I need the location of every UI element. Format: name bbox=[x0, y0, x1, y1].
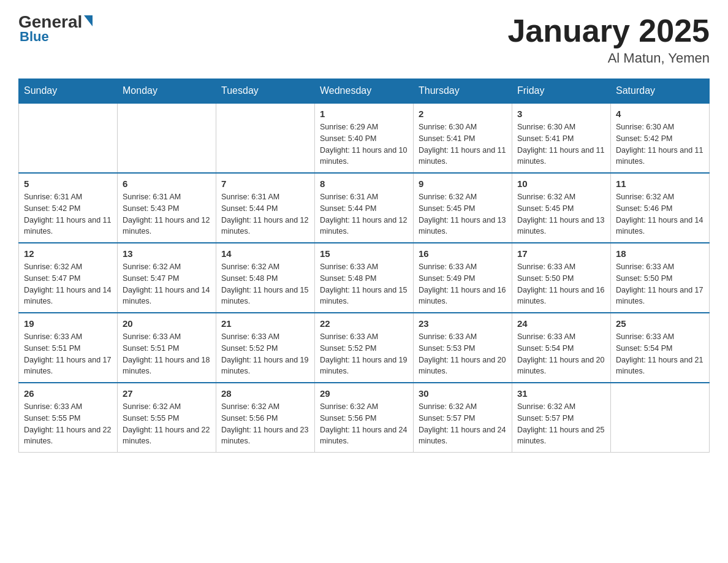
day-info: Sunrise: 6:33 AMSunset: 5:49 PMDaylight:… bbox=[419, 261, 507, 307]
day-number: 11 bbox=[616, 178, 704, 189]
day-info: Sunrise: 6:33 AMSunset: 5:52 PMDaylight:… bbox=[221, 331, 309, 377]
calendar-table: SundayMondayTuesdayWednesdayThursdayFrid… bbox=[18, 79, 710, 453]
calendar-header-row: SundayMondayTuesdayWednesdayThursdayFrid… bbox=[19, 79, 710, 104]
day-info: Sunrise: 6:33 AMSunset: 5:50 PMDaylight:… bbox=[517, 261, 605, 307]
day-info: Sunrise: 6:32 AMSunset: 5:45 PMDaylight:… bbox=[419, 191, 507, 237]
calendar-cell: 29Sunrise: 6:32 AMSunset: 5:56 PMDayligh… bbox=[315, 383, 414, 453]
day-of-week-header: Thursday bbox=[414, 79, 512, 104]
calendar-cell: 28Sunrise: 6:32 AMSunset: 5:56 PMDayligh… bbox=[216, 383, 315, 453]
day-number: 30 bbox=[419, 388, 507, 399]
calendar-cell: 22Sunrise: 6:33 AMSunset: 5:52 PMDayligh… bbox=[315, 313, 414, 383]
day-info: Sunrise: 6:32 AMSunset: 5:45 PMDaylight:… bbox=[517, 191, 605, 237]
calendar-cell: 10Sunrise: 6:32 AMSunset: 5:45 PMDayligh… bbox=[512, 173, 611, 243]
logo-blue-text: Blue bbox=[20, 29, 49, 45]
day-of-week-header: Wednesday bbox=[315, 79, 414, 104]
day-number: 18 bbox=[616, 248, 704, 259]
calendar-cell: 20Sunrise: 6:33 AMSunset: 5:51 PMDayligh… bbox=[118, 313, 216, 383]
calendar-cell: 11Sunrise: 6:32 AMSunset: 5:46 PMDayligh… bbox=[611, 173, 710, 243]
day-number: 16 bbox=[419, 248, 507, 259]
day-number: 15 bbox=[320, 248, 408, 259]
day-number: 2 bbox=[419, 109, 507, 119]
calendar-cell: 7Sunrise: 6:31 AMSunset: 5:44 PMDaylight… bbox=[216, 173, 315, 243]
day-info: Sunrise: 6:32 AMSunset: 5:57 PMDaylight:… bbox=[517, 401, 605, 447]
day-number: 12 bbox=[24, 248, 112, 259]
calendar-cell: 15Sunrise: 6:33 AMSunset: 5:48 PMDayligh… bbox=[315, 243, 414, 313]
day-of-week-header: Tuesday bbox=[216, 79, 315, 104]
calendar-cell: 13Sunrise: 6:32 AMSunset: 5:47 PMDayligh… bbox=[118, 243, 216, 313]
day-info: Sunrise: 6:32 AMSunset: 5:46 PMDaylight:… bbox=[616, 191, 704, 237]
day-number: 25 bbox=[616, 318, 704, 329]
day-info: Sunrise: 6:33 AMSunset: 5:52 PMDaylight:… bbox=[320, 331, 408, 377]
day-info: Sunrise: 6:33 AMSunset: 5:50 PMDaylight:… bbox=[616, 261, 704, 307]
day-info: Sunrise: 6:32 AMSunset: 5:56 PMDaylight:… bbox=[320, 401, 408, 447]
day-number: 17 bbox=[517, 248, 605, 259]
day-info: Sunrise: 6:30 AMSunset: 5:42 PMDaylight:… bbox=[616, 121, 704, 167]
month-year-title: January 2025 bbox=[507, 12, 710, 49]
day-info: Sunrise: 6:33 AMSunset: 5:54 PMDaylight:… bbox=[517, 331, 605, 377]
title-block: January 2025 Al Matun, Yemen bbox=[507, 12, 710, 66]
calendar-cell: 25Sunrise: 6:33 AMSunset: 5:54 PMDayligh… bbox=[611, 313, 710, 383]
calendar-cell: 6Sunrise: 6:31 AMSunset: 5:43 PMDaylight… bbox=[118, 173, 216, 243]
day-number: 14 bbox=[221, 248, 309, 259]
day-number: 27 bbox=[123, 388, 211, 399]
day-number: 6 bbox=[123, 178, 211, 189]
calendar-cell: 18Sunrise: 6:33 AMSunset: 5:50 PMDayligh… bbox=[611, 243, 710, 313]
calendar-cell: 12Sunrise: 6:32 AMSunset: 5:47 PMDayligh… bbox=[19, 243, 118, 313]
day-info: Sunrise: 6:32 AMSunset: 5:57 PMDaylight:… bbox=[419, 401, 507, 447]
calendar-week-row: 12Sunrise: 6:32 AMSunset: 5:47 PMDayligh… bbox=[19, 243, 710, 313]
day-number: 19 bbox=[24, 318, 112, 329]
logo: General Blue bbox=[18, 12, 93, 45]
calendar-cell: 8Sunrise: 6:31 AMSunset: 5:44 PMDaylight… bbox=[315, 173, 414, 243]
page-header: General Blue January 2025 Al Matun, Yeme… bbox=[18, 12, 710, 66]
calendar-cell: 30Sunrise: 6:32 AMSunset: 5:57 PMDayligh… bbox=[414, 383, 512, 453]
day-info: Sunrise: 6:33 AMSunset: 5:51 PMDaylight:… bbox=[123, 331, 211, 377]
day-number: 5 bbox=[24, 178, 112, 189]
day-number: 21 bbox=[221, 318, 309, 329]
day-number: 10 bbox=[517, 178, 605, 189]
day-info: Sunrise: 6:32 AMSunset: 5:47 PMDaylight:… bbox=[24, 261, 112, 307]
calendar-cell: 24Sunrise: 6:33 AMSunset: 5:54 PMDayligh… bbox=[512, 313, 611, 383]
day-info: Sunrise: 6:33 AMSunset: 5:55 PMDaylight:… bbox=[24, 401, 112, 447]
calendar-cell: 17Sunrise: 6:33 AMSunset: 5:50 PMDayligh… bbox=[512, 243, 611, 313]
day-info: Sunrise: 6:31 AMSunset: 5:42 PMDaylight:… bbox=[24, 191, 112, 237]
calendar-cell bbox=[19, 103, 118, 173]
day-number: 4 bbox=[616, 109, 704, 119]
day-of-week-header: Friday bbox=[512, 79, 611, 104]
day-number: 31 bbox=[517, 388, 605, 399]
day-number: 3 bbox=[517, 109, 605, 119]
day-info: Sunrise: 6:29 AMSunset: 5:40 PMDaylight:… bbox=[320, 121, 408, 167]
calendar-cell bbox=[611, 383, 710, 453]
day-info: Sunrise: 6:32 AMSunset: 5:55 PMDaylight:… bbox=[123, 401, 211, 447]
calendar-cell: 21Sunrise: 6:33 AMSunset: 5:52 PMDayligh… bbox=[216, 313, 315, 383]
day-info: Sunrise: 6:32 AMSunset: 5:56 PMDaylight:… bbox=[221, 401, 309, 447]
logo-triangle-icon bbox=[84, 15, 93, 26]
day-number: 9 bbox=[419, 178, 507, 189]
location-text: Al Matun, Yemen bbox=[507, 50, 710, 66]
calendar-cell: 2Sunrise: 6:30 AMSunset: 5:41 PMDaylight… bbox=[414, 103, 512, 173]
calendar-cell bbox=[118, 103, 216, 173]
day-info: Sunrise: 6:33 AMSunset: 5:48 PMDaylight:… bbox=[320, 261, 408, 307]
day-info: Sunrise: 6:30 AMSunset: 5:41 PMDaylight:… bbox=[517, 121, 605, 167]
day-info: Sunrise: 6:31 AMSunset: 5:43 PMDaylight:… bbox=[123, 191, 211, 237]
calendar-cell: 27Sunrise: 6:32 AMSunset: 5:55 PMDayligh… bbox=[118, 383, 216, 453]
day-info: Sunrise: 6:32 AMSunset: 5:47 PMDaylight:… bbox=[123, 261, 211, 307]
calendar-cell: 9Sunrise: 6:32 AMSunset: 5:45 PMDaylight… bbox=[414, 173, 512, 243]
day-number: 20 bbox=[123, 318, 211, 329]
calendar-cell: 4Sunrise: 6:30 AMSunset: 5:42 PMDaylight… bbox=[611, 103, 710, 173]
calendar-cell: 14Sunrise: 6:32 AMSunset: 5:48 PMDayligh… bbox=[216, 243, 315, 313]
calendar-cell: 1Sunrise: 6:29 AMSunset: 5:40 PMDaylight… bbox=[315, 103, 414, 173]
day-number: 22 bbox=[320, 318, 408, 329]
day-info: Sunrise: 6:31 AMSunset: 5:44 PMDaylight:… bbox=[221, 191, 309, 237]
day-info: Sunrise: 6:32 AMSunset: 5:48 PMDaylight:… bbox=[221, 261, 309, 307]
day-number: 23 bbox=[419, 318, 507, 329]
day-info: Sunrise: 6:33 AMSunset: 5:54 PMDaylight:… bbox=[616, 331, 704, 377]
day-number: 7 bbox=[221, 178, 309, 189]
day-number: 29 bbox=[320, 388, 408, 399]
day-number: 26 bbox=[24, 388, 112, 399]
calendar-cell: 3Sunrise: 6:30 AMSunset: 5:41 PMDaylight… bbox=[512, 103, 611, 173]
calendar-cell bbox=[216, 103, 315, 173]
calendar-cell: 19Sunrise: 6:33 AMSunset: 5:51 PMDayligh… bbox=[19, 313, 118, 383]
day-number: 13 bbox=[123, 248, 211, 259]
calendar-cell: 16Sunrise: 6:33 AMSunset: 5:49 PMDayligh… bbox=[414, 243, 512, 313]
day-info: Sunrise: 6:30 AMSunset: 5:41 PMDaylight:… bbox=[419, 121, 507, 167]
